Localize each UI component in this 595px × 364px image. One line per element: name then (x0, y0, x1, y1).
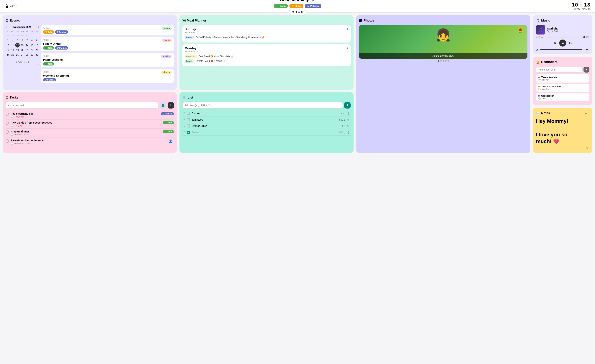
skip-forward-button[interactable]: ⏭ (569, 41, 573, 45)
cal-day[interactable]: 27 (6, 33, 10, 38)
cal-day[interactable]: 26 (15, 53, 20, 57)
photo-dot-1[interactable] (438, 60, 439, 62)
cal-day[interactable]: 29 (30, 53, 34, 57)
ask-ai-label: Ask AI (296, 11, 303, 14)
list-check-2[interactable] (187, 118, 190, 121)
list-more-button[interactable]: ⋯ (345, 95, 351, 100)
pill-julia[interactable]: 🐱 Julia (289, 4, 303, 8)
cal-day[interactable]: 24 (6, 53, 10, 57)
drag-icon-3[interactable]: ⠿ (183, 125, 185, 127)
cal-day[interactable]: 30 (20, 33, 24, 38)
volume-bar[interactable] (540, 49, 589, 50)
add-meal-monday-button[interactable]: + (347, 47, 348, 50)
cal-day[interactable]: 18 (10, 48, 15, 52)
photo-dot-2[interactable] (440, 60, 442, 62)
list-delete-4[interactable]: 🗑 (347, 131, 350, 134)
pill-john[interactable]: 🎵 John (274, 4, 288, 8)
add-event-button[interactable]: + Add Event (6, 59, 39, 65)
cal-day[interactable]: 29 (15, 33, 20, 38)
play-button[interactable]: ▶ (559, 40, 566, 47)
reminders-more-button[interactable]: ⋯ (584, 60, 589, 64)
cal-day-today[interactable]: 12 (15, 43, 20, 48)
cal-day[interactable]: 4 (10, 38, 15, 43)
list-delete-1[interactable]: 🗑 (347, 112, 350, 115)
settings-icon[interactable]: ⚙️ (311, 0, 315, 2)
cal-day[interactable]: 13 (20, 43, 24, 48)
cal-day[interactable]: 1 (30, 33, 34, 38)
list-add-button[interactable]: + (344, 102, 351, 109)
task-name-2: Pick up kids from soccer practice (11, 121, 161, 124)
photo-dot-4[interactable] (445, 60, 446, 62)
cal-day[interactable]: 2 (35, 33, 39, 38)
skip-back-button[interactable]: ⏮ (553, 41, 556, 45)
cal-day[interactable]: 5 (15, 38, 20, 43)
task-check-4[interactable] (6, 139, 9, 143)
progress-bar[interactable] (541, 37, 585, 37)
cal-day[interactable]: 3 (6, 38, 10, 43)
cal-day[interactable]: 28 (10, 33, 15, 38)
cal-day[interactable]: 10 (6, 43, 10, 48)
meal-more-button[interactable]: ⋯ (345, 18, 351, 23)
add-reminder-button[interactable]: + (583, 67, 589, 73)
cal-day[interactable]: 30 (35, 53, 39, 57)
pill-patricia[interactable]: 🛡 Patricia (305, 4, 321, 8)
cal-day[interactable]: 27 (20, 53, 24, 57)
ask-ai-button[interactable]: 🎙 Ask AI (289, 10, 306, 15)
cal-day[interactable]: 23 (35, 48, 39, 52)
right-column: 🎵 Music ⋯ 🎵 Starlight Taylor Swift 0:00 (533, 15, 592, 153)
cal-day[interactable]: 19 (15, 48, 20, 52)
task-input[interactable] (6, 102, 158, 109)
cal-next-button[interactable]: › (38, 25, 39, 28)
tasks-more-button[interactable]: ⋯ (168, 95, 174, 100)
photo-dot-3[interactable] (443, 60, 444, 62)
cal-day[interactable]: 11 (10, 43, 15, 48)
task-add-button[interactable]: + (168, 102, 174, 109)
cal-day[interactable]: 9 (35, 38, 39, 43)
add-meal-sunday-button[interactable]: + (347, 28, 348, 31)
clock-section: 10 : 13 WED • NOV 13 (572, 2, 591, 11)
list-input[interactable] (182, 102, 343, 109)
photos-more-button[interactable]: ⋯ (522, 18, 527, 23)
task-content-3: Prepare dinner 🕐 in about 4 hours (11, 130, 161, 136)
photos-icon: 🖼 (359, 19, 362, 22)
drag-icon-4[interactable]: ⠿ (183, 131, 185, 134)
event-name-4: Weekend Shopping (43, 74, 172, 77)
list-check-3[interactable] (187, 125, 190, 127)
notes-more-button[interactable]: ⋯ (584, 111, 589, 116)
cal-day[interactable]: 28 (25, 53, 29, 57)
list-item-name-1: Chicken (192, 112, 339, 115)
task-check-1[interactable] (6, 113, 9, 116)
cal-day[interactable]: 7 (25, 38, 29, 43)
task-check-2[interactable] (6, 121, 9, 125)
cal-prev-button[interactable]: ‹ (6, 25, 7, 28)
cal-day[interactable]: 14 (25, 43, 29, 48)
cal-day[interactable]: 22 (30, 48, 34, 52)
event-time-2: 19:00 (43, 39, 172, 41)
cal-day[interactable]: 25 (10, 53, 15, 57)
list-item-qty-2: 500 g (339, 118, 345, 121)
cal-day[interactable]: 6 (20, 38, 24, 43)
cal-day[interactable]: 17 (6, 48, 10, 52)
cal-day[interactable]: 20 (20, 48, 24, 52)
list-item-qty-1: 1 kg (341, 112, 345, 115)
list-delete-3[interactable]: 🗑 (347, 125, 350, 128)
cal-day[interactable]: 16 (35, 43, 39, 48)
photo-dot-5[interactable] (447, 60, 449, 62)
task-assign-button[interactable]: 👤 (160, 102, 166, 109)
photos-title-text: Photos (364, 19, 374, 22)
cal-day[interactable]: 31 (25, 33, 29, 38)
events-more-button[interactable]: ⋯ (168, 18, 174, 23)
events-card-header: ☑ Events ⋯ (6, 18, 174, 23)
drag-icon-1[interactable]: ⠿ (183, 112, 185, 115)
list-check-4[interactable] (187, 131, 190, 134)
cal-day[interactable]: 15 (30, 43, 34, 48)
list-delete-2[interactable]: 🗑 (347, 118, 350, 121)
list-check-1[interactable] (187, 112, 190, 115)
cal-day[interactable]: 21 (25, 48, 29, 52)
cal-day[interactable]: 8 (30, 38, 34, 43)
drag-icon-2[interactable]: ⠿ (183, 118, 185, 121)
reminder-input[interactable] (536, 67, 582, 73)
notes-edit-button[interactable]: ✏️ (586, 146, 589, 150)
music-more-button[interactable]: ⋯ (584, 18, 589, 23)
task-check-3[interactable] (6, 130, 9, 134)
